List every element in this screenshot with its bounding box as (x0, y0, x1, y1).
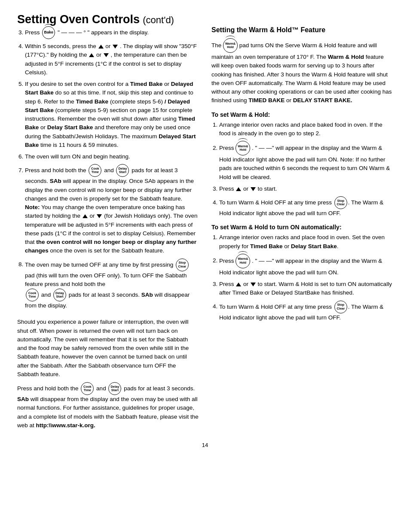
page-number: 14 (17, 442, 393, 448)
press-hold-para: Press and hold both the CookTime and Del… (17, 382, 199, 430)
left-column: Press Bake " — — — ° " appears in the di… (17, 26, 199, 433)
warm-hold-intro: The Warm&Hold pad turns ON the Serve War… (211, 38, 393, 105)
step-7: Press and hold both the CookTime and Del… (25, 164, 199, 255)
warm-hold-auto-steps: Arrange interior oven racks and place fo… (211, 233, 393, 322)
warm-hold-button-1: Warm&Hold (236, 141, 250, 155)
warm-hold-heading: Setting the Warm & Hold™ Feature (211, 26, 393, 34)
delay-start-button-3: DelayStart (108, 382, 121, 395)
cook-time-button-3: CookTime (81, 382, 94, 395)
step-8: The oven may be turned OFF at any time b… (25, 258, 199, 310)
arrow-up-icon-2 (89, 53, 94, 57)
warm-hold-button-2: Warm&Hold (236, 254, 250, 268)
arrow-up-rhs-1 (236, 187, 241, 191)
to-set-warm-hold-auto-heading: To set Warm & Hold to turn ON automatica… (211, 224, 393, 231)
arrow-up-icon (98, 45, 104, 49)
cook-time-button-2: CookTime (26, 289, 39, 301)
stop-clear-button-1: StopClear (176, 258, 189, 271)
stop-clear-button-2: StopClear (334, 196, 347, 209)
warm-hold-auto-step-2: Press Warm&Hold . " — —" will appear in … (219, 254, 393, 277)
arrow-down-rhs-2 (251, 283, 256, 286)
arrow-up-rhs-2 (236, 283, 241, 286)
arrow-down-icon-3 (97, 214, 102, 218)
page-title: Setting Oven Controls (cont'd) (17, 13, 393, 26)
stop-clear-button-3: StopClear (334, 301, 347, 313)
step3-display: " — — — ° " appears in the display. (58, 29, 149, 36)
arrow-down-icon-2 (104, 53, 109, 57)
to-set-warm-hold-heading: To set Warm & Hold: (211, 111, 393, 118)
step-6: The oven will turn ON and begin heating. (25, 152, 199, 161)
step3-text: Press (25, 29, 41, 36)
warm-hold-steps: Arrange interior oven racks and place ba… (211, 121, 393, 218)
warm-hold-auto-step-3: Press or to start. Warm & Hold is set to… (219, 280, 393, 298)
arrow-down-rhs-1 (251, 187, 256, 191)
right-column: Setting the Warm & Hold™ Feature The War… (211, 26, 393, 433)
warm-hold-step-3: Press or to start. (219, 185, 393, 193)
bottom-section: Should you experience a power failure or… (17, 318, 199, 430)
cook-time-button: CookTime (89, 164, 101, 177)
bake-button: Bake (42, 26, 55, 39)
warm-hold-auto-step-1: Arrange interior oven racks and place fo… (219, 233, 393, 251)
step-3: Press Bake " — — — ° " appears in the di… (25, 26, 199, 39)
power-failure-para: Should you experience a power failure or… (17, 318, 199, 379)
warm-hold-auto-step-4: To turn Warm & Hold OFF at any time pres… (219, 301, 393, 322)
warm-hold-button-intro: Warm&Hold (223, 38, 238, 53)
warm-hold-step-1: Arrange interior oven racks and place ba… (219, 121, 393, 138)
delay-start-button: DelayStart (116, 164, 129, 177)
step-5: If you desire to set the oven control fo… (25, 80, 199, 149)
page-container: Setting Oven Controls (cont'd) Press Bak… (17, 13, 393, 448)
warm-hold-step-4: To turn Warm & Hold OFF at any time pres… (219, 196, 393, 218)
delay-start-button-2: DelayStart (53, 289, 66, 301)
arrow-down-icon (113, 45, 118, 49)
warm-hold-step-2: Press Warm&Hold . " — —" will appear in … (219, 141, 393, 182)
step-4: Within 5 seconds, press the or . The dis… (25, 42, 199, 77)
arrow-up-icon-3 (83, 214, 88, 218)
